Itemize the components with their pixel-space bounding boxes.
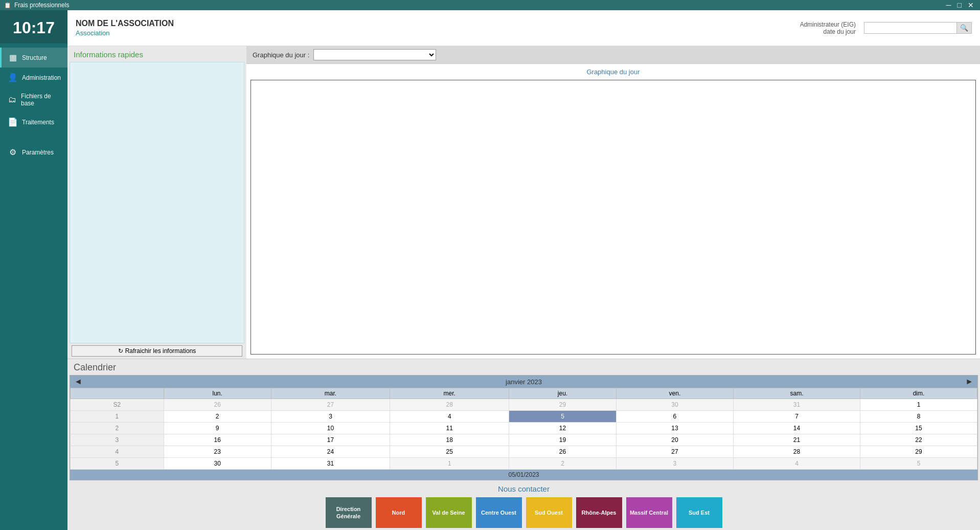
calendar-day[interactable]: 25 (390, 446, 509, 458)
doc-icon: 📄 (8, 117, 18, 127)
sidebar-item-fichiers[interactable]: 🗂 Fichiers de base (0, 87, 67, 112)
info-panel-content (70, 62, 244, 343)
graphique-select[interactable] (313, 49, 436, 60)
calendar-row: S22627282930311 (71, 399, 977, 411)
calendar-day[interactable]: 10 (271, 423, 390, 434)
week-number: 1 (71, 411, 164, 423)
calendar-day[interactable]: 4 (733, 458, 860, 470)
calendar-day[interactable]: 21 (733, 434, 860, 446)
calendar-footer: 05/01/2023 (70, 470, 977, 480)
calendar-day[interactable]: 22 (860, 434, 977, 446)
calendar-day[interactable]: 3 (616, 458, 733, 470)
calendar-day[interactable]: 28 (733, 446, 860, 458)
calendar-day[interactable]: 2 (509, 458, 617, 470)
calendar-day[interactable]: 7 (733, 411, 860, 423)
calendar-day[interactable]: 30 (616, 399, 733, 411)
calendar-day[interactable]: 2 (164, 411, 271, 423)
calendar-day[interactable]: 17 (271, 434, 390, 446)
calendar-day[interactable]: 18 (390, 434, 509, 446)
calendar-day[interactable]: 31 (733, 399, 860, 411)
clock: 10:17 (0, 10, 67, 43)
calendar-day[interactable]: 27 (271, 399, 390, 411)
contact-buttons: Direction GénéraleNordVal de SeineCentre… (67, 497, 980, 528)
calendar-day[interactable]: 24 (271, 446, 390, 458)
user-icon: 👤 (8, 73, 18, 82)
maximize-button[interactable]: □ (955, 1, 964, 9)
col-dim: dim. (860, 388, 977, 399)
calendar-day[interactable]: 20 (616, 434, 733, 446)
left-panel: Informations rapides ↻ Rafraichir les in… (67, 46, 246, 359)
col-sam: sam. (733, 388, 860, 399)
calendar-row: 423242526272829 (71, 446, 977, 458)
calendar-day[interactable]: 15 (860, 423, 977, 434)
calendar-day[interactable]: 11 (390, 423, 509, 434)
calendar-day[interactable]: 6 (616, 411, 733, 423)
calendar-day[interactable]: 1 (860, 399, 977, 411)
gear-icon: ⚙ (8, 147, 18, 157)
calendar-day[interactable]: 28 (390, 399, 509, 411)
calendar-day[interactable]: 31 (271, 458, 390, 470)
sidebar: 10:17 ▦ Structure 👤 Administration 🗂 Fic… (0, 10, 67, 530)
calendar-container: ◄ janvier 2023 ► lun. mar. mer. jeu. (70, 375, 978, 480)
search-button[interactable]: 🔍 (956, 23, 971, 33)
contact-button[interactable]: Massif Central (626, 497, 672, 528)
calendar-row: 316171819202122 (71, 434, 977, 446)
col-ven: ven. (616, 388, 733, 399)
calendar-day[interactable]: 5 (860, 458, 977, 470)
prev-month-button[interactable]: ◄ (74, 377, 82, 386)
graphique-chart (250, 80, 976, 355)
calendar-day[interactable]: 13 (616, 423, 733, 434)
calendar-day[interactable]: 4 (390, 411, 509, 423)
refresh-label: Rafraichir les informations (125, 347, 196, 355)
minimize-button[interactable]: ─ (944, 1, 953, 9)
calendar-day[interactable]: 16 (164, 434, 271, 446)
col-mer: mer. (390, 388, 509, 399)
calendar-nav: ◄ janvier 2023 ► (70, 376, 977, 388)
calendar-day[interactable]: 27 (616, 446, 733, 458)
week-number: 2 (71, 423, 164, 434)
calendar-day[interactable]: 26 (509, 446, 617, 458)
next-month-button[interactable]: ► (965, 377, 973, 386)
top-panels: Informations rapides ↻ Rafraichir les in… (67, 46, 980, 359)
contact-button[interactable]: Sud Est (676, 497, 722, 528)
close-button[interactable]: ✕ (966, 1, 976, 9)
sidebar-label-parametres: Paramètres (22, 149, 54, 156)
calendar-day[interactable]: 30 (164, 458, 271, 470)
refresh-bar: ↻ Rafraichir les informations (67, 343, 246, 359)
graphique-body: Graphique du jour (246, 64, 980, 359)
calendar-day[interactable]: 23 (164, 446, 271, 458)
sidebar-item-parametres[interactable]: ⚙ Paramètres (0, 142, 67, 162)
contact-button[interactable]: Rhône-Alpes (576, 497, 622, 528)
contact-button[interactable]: Direction Générale (326, 497, 372, 528)
right-panel: Graphique du jour : Graphique du jour (246, 46, 980, 359)
sidebar-label-traitements: Traitements (22, 119, 54, 126)
header-search: 🔍 (864, 22, 972, 34)
user-name: Administrateur (EIG) (800, 21, 856, 28)
contact-button[interactable]: Sud Ouest (526, 497, 572, 528)
calendar-day[interactable]: 5 (509, 411, 617, 423)
header: NOM DE L'ASSOCIATION Association Adminis… (67, 10, 980, 46)
contact-button[interactable]: Val de Seine (426, 497, 472, 528)
calendar-header-row: lun. mar. mer. jeu. ven. sam. dim. (71, 388, 977, 399)
search-input[interactable] (864, 23, 956, 33)
calendar-day[interactable]: 29 (509, 399, 617, 411)
calendar-day[interactable]: 29 (860, 446, 977, 458)
calendar-day[interactable]: 12 (509, 423, 617, 434)
contact-button[interactable]: Centre Ouest (476, 497, 522, 528)
calendar-day[interactable]: 8 (860, 411, 977, 423)
calendar-day[interactable]: 1 (390, 458, 509, 470)
refresh-button[interactable]: ↻ Rafraichir les informations (72, 345, 242, 357)
sidebar-item-administration[interactable]: 👤 Administration (0, 68, 67, 87)
sidebar-item-traitements[interactable]: 📄 Traitements (0, 112, 67, 132)
content-body: Informations rapides ↻ Rafraichir les in… (67, 46, 980, 530)
sidebar-label-administration: Administration (22, 74, 61, 81)
grid-icon: ▦ (8, 53, 18, 62)
calendar-day[interactable]: 9 (164, 423, 271, 434)
sidebar-nav: ▦ Structure 👤 Administration 🗂 Fichiers … (0, 48, 67, 162)
calendar-day[interactable]: 14 (733, 423, 860, 434)
calendar-day[interactable]: 26 (164, 399, 271, 411)
contact-button[interactable]: Nord (376, 497, 422, 528)
sidebar-item-structure[interactable]: ▦ Structure (0, 48, 67, 68)
calendar-day[interactable]: 3 (271, 411, 390, 423)
calendar-day[interactable]: 19 (509, 434, 617, 446)
